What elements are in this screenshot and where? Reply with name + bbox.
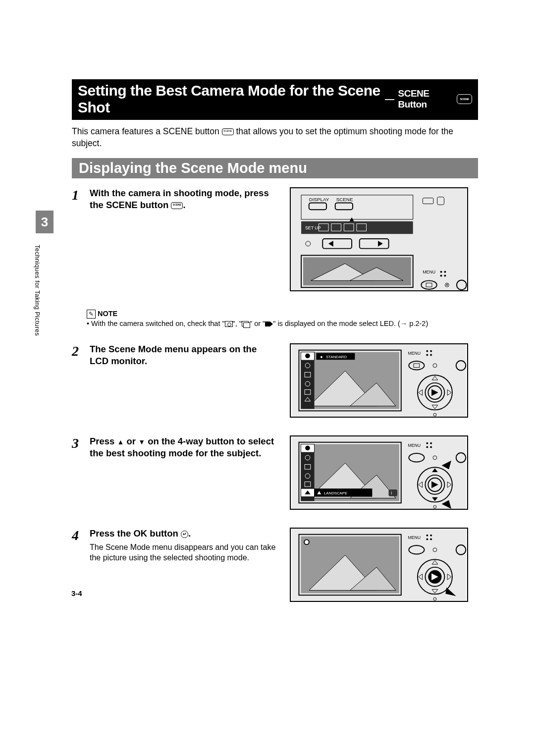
svg-point-47 — [426, 354, 428, 356]
side-chapter-title: Techniques for Taking Pictures — [34, 245, 41, 336]
svg-point-45 — [426, 350, 428, 352]
svg-text:i: i — [391, 490, 392, 495]
page-title-main: Setting the Best Camera Mode for the Sce… — [78, 82, 381, 116]
svg-point-104 — [305, 540, 309, 544]
svg-point-23 — [444, 271, 446, 273]
step-number: 3 — [72, 435, 85, 459]
step-4-text: The Scene Mode menu disappears and you c… — [90, 542, 278, 563]
camera-illustration-2: ● STANDARD MENU — [290, 343, 468, 418]
intro-text: This camera features a SCENE button SCEN… — [72, 126, 478, 149]
svg-point-82 — [426, 446, 428, 448]
svg-rect-35 — [301, 352, 314, 409]
svg-point-24 — [440, 275, 442, 277]
section-header: Displaying the Scene Mode menu — [72, 158, 478, 178]
step-number: 2 — [72, 343, 85, 367]
svg-point-46 — [430, 350, 432, 352]
step-number: 4 — [72, 528, 85, 563]
step-4-title: Press the OK button ↵. — [90, 528, 278, 540]
camera-illustration-1: DISPLAY SCENE SET UP — [290, 187, 468, 291]
svg-point-69 — [305, 446, 310, 451]
step-3: 3 Press ▲ or ▼ on the 4-way button to se… — [72, 435, 478, 510]
svg-point-80 — [426, 442, 428, 444]
menu-label3: MENU — [408, 443, 421, 448]
chapter-tab: 3 — [36, 211, 54, 233]
page-number: 3-4 — [71, 589, 82, 597]
camera-illustration-3: LANDSCAPE i MENU — [290, 435, 468, 510]
svg-point-81 — [430, 442, 432, 444]
scene-button-icon: SCENE — [222, 128, 234, 135]
camera-illustration-4: MENU — [290, 528, 468, 602]
svg-point-25 — [444, 275, 446, 277]
video-mode-icon — [265, 321, 273, 327]
svg-point-83 — [430, 446, 432, 448]
step-1: 1 With the camera in shooting mode, pres… — [72, 187, 478, 291]
note-icon: ✎ — [87, 310, 96, 319]
svg-point-22 — [440, 271, 442, 273]
svg-point-37 — [305, 354, 310, 359]
standard-label: STANDARD — [326, 355, 347, 360]
step-1-title: With the camera in shooting mode, press … — [90, 187, 278, 211]
svg-rect-78 — [388, 489, 397, 496]
scene-button-icon: SCENE — [171, 202, 183, 209]
svg-text:●: ● — [320, 355, 322, 360]
step-number: 1 — [72, 187, 85, 211]
page-title-sub: SCENE Button — [398, 88, 454, 110]
display-label: DISPLAY — [309, 197, 329, 202]
down-triangle-icon: ▼ — [138, 438, 145, 446]
menu-label: MENU — [423, 270, 435, 274]
step-2-title: The Scene Mode menu appears on the LCD m… — [90, 343, 278, 367]
scene-button-icon: SCENE — [457, 94, 472, 104]
svg-point-48 — [430, 354, 432, 356]
note-label: NOTE — [98, 310, 117, 318]
ok-button-icon: ↵ — [181, 531, 188, 538]
page-title-sep: — — [385, 94, 394, 105]
landscape-label: LANDSCAPE — [324, 491, 347, 495]
step-2: 2 The Scene Mode menu appears on the LCD… — [72, 343, 478, 418]
svg-point-105 — [426, 535, 428, 537]
svg-point-106 — [430, 535, 432, 537]
note-block: ✎NOTE • With the camera switched on, che… — [87, 309, 478, 328]
multi-mode-icon — [242, 321, 250, 327]
step-4: 4 Press the OK button ↵. The Scene Mode … — [72, 528, 478, 602]
svg-point-108 — [430, 539, 432, 540]
scene-label: SCENE — [336, 197, 353, 202]
up-triangle-icon: ▲ — [117, 438, 124, 446]
step-3-title: Press ▲ or ▼ on the 4-way button to sele… — [90, 435, 278, 459]
menu-label4: MENU — [408, 536, 421, 540]
menu-label2: MENU — [408, 351, 421, 356]
svg-point-107 — [426, 539, 428, 540]
page-title-bar: Setting the Best Camera Mode for the Sce… — [72, 79, 478, 120]
camera-mode-icon — [225, 321, 233, 327]
